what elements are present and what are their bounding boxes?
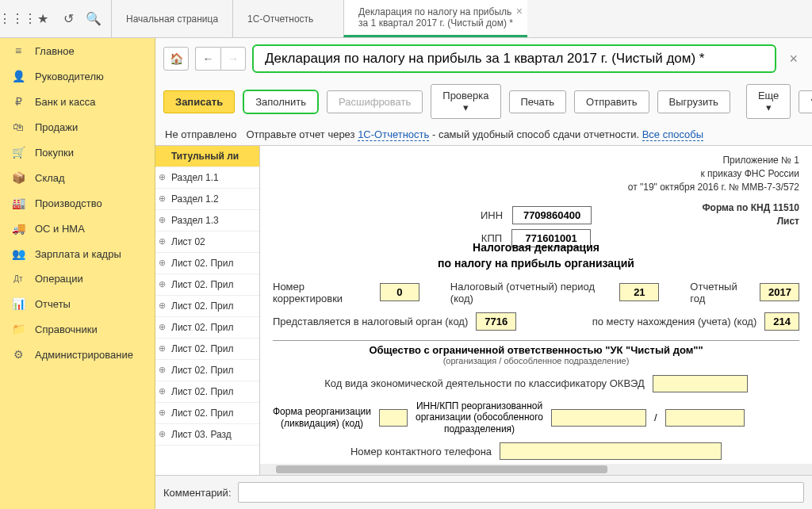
tab-label-line2: за 1 квартал 2017 г. (Чистый дом) * <box>358 17 513 29</box>
horizontal-scrollbar[interactable] <box>260 464 812 475</box>
apps-icon[interactable]: ⋮⋮⋮ <box>6 8 29 30</box>
reorg-code-field[interactable] <box>379 409 408 427</box>
sidebar-item-assets[interactable]: 🚚ОС и НМА <box>0 216 155 241</box>
tab-label-line1: Декларация по налогу на прибыль <box>358 6 513 17</box>
period-field[interactable]: 21 <box>619 283 659 301</box>
section-tree: Титульный ли Раздел 1.1 Раздел 1.2 Разде… <box>155 146 260 475</box>
row-correction: Номер корректировки 0 Налоговый (отчетны… <box>273 281 799 304</box>
fill-button[interactable]: Заполнить <box>243 90 319 114</box>
comment-input[interactable] <box>238 482 805 503</box>
save-button[interactable]: Записать <box>163 90 235 113</box>
form-area: Приложение № 1 к приказу ФНС России от "… <box>260 146 812 475</box>
close-icon[interactable]: × <box>516 5 523 17</box>
phone-field[interactable] <box>500 442 722 460</box>
sidebar-item-main[interactable]: ≡Главное <box>0 38 155 63</box>
debit-icon: Дт <box>11 274 25 283</box>
sidebar-item-label: Склад <box>35 172 65 184</box>
correction-field[interactable]: 0 <box>380 283 419 301</box>
more-button[interactable]: Еще ▾ <box>746 84 791 119</box>
inn-label: ИНН <box>481 209 503 221</box>
row-reorg: Форма реорганизации (ликвидация) (код) И… <box>273 400 799 434</box>
chart-icon: 📊 <box>11 297 25 310</box>
history-icon[interactable]: ↺ <box>57 8 79 30</box>
page-title: Декларация по налогу на прибыль за 1 ква… <box>252 44 776 73</box>
sidebar-item-reports[interactable]: 📊Отчеты <box>0 291 155 316</box>
tab-home[interactable]: Начальная страница <box>111 0 232 37</box>
tree-item[interactable]: Лист 02. Прил <box>155 296 259 317</box>
print-button[interactable]: Печать <box>509 90 567 113</box>
tree-item[interactable]: Лист 02. Прил <box>155 403 259 424</box>
home-button[interactable]: 🏠 <box>163 47 189 71</box>
title-row: 🏠 ← → Декларация по налогу на прибыль за… <box>155 38 812 79</box>
tab-reporting[interactable]: 1С-Отчетность <box>232 0 343 37</box>
tree-item[interactable]: Лист 02. Прил <box>155 339 259 360</box>
export-button[interactable]: Выгрузить <box>657 90 730 113</box>
tree-item[interactable]: Раздел 1.3 <box>155 210 259 232</box>
sidebar-item-warehouse[interactable]: 📦Склад <box>0 165 155 190</box>
check-button[interactable]: Проверка ▾ <box>431 84 500 119</box>
tree-item[interactable]: Лист 02 <box>155 232 259 253</box>
tree-item[interactable]: Лист 02. Прил <box>155 317 259 339</box>
tree-item[interactable]: Титульный ли <box>155 146 259 167</box>
reorg-inn-field[interactable] <box>551 409 646 427</box>
reporting-link[interactable]: 1С-Отчетность <box>358 128 429 141</box>
toolbar: Записать Заполнить Расшифровать Проверка… <box>155 79 812 124</box>
tab-declaration[interactable]: Декларация по налогу на прибыль за 1 ква… <box>343 0 527 37</box>
form-header: Приложение № 1 к приказу ФНС России от "… <box>273 154 799 193</box>
search-icon[interactable]: 🔍 <box>82 8 105 30</box>
topbar: ⋮⋮⋮ ★ ↺ 🔍 Начальная страница 1С-Отчетнос… <box>0 0 812 38</box>
sidebar-item-production[interactable]: 🏭Производство <box>0 190 155 216</box>
box-icon: 📦 <box>11 171 25 184</box>
sidebar-item-sales[interactable]: 🛍Продажи <box>0 114 155 140</box>
tree-item[interactable]: Лист 02. Прил <box>155 253 259 274</box>
sidebar-item-label: Администрирование <box>35 349 133 361</box>
tree-item[interactable]: Лист 02. Прил <box>155 274 259 296</box>
tree-item[interactable]: Лист 03. Разд <box>155 424 259 446</box>
sidebar-item-manager[interactable]: 👤Руководителю <box>0 63 155 89</box>
tree-item[interactable]: Лист 02. Прил <box>155 360 259 381</box>
truck-icon: 🚚 <box>11 222 25 235</box>
close-button[interactable]: × <box>783 48 804 71</box>
sidebar-item-operations[interactable]: ДтОперации <box>0 266 155 291</box>
okved-field[interactable] <box>653 375 748 392</box>
organ-field[interactable]: 7716 <box>476 312 516 331</box>
row-okved: Код вида экономической деятельности по к… <box>273 375 799 392</box>
help-button[interactable]: ? <box>799 90 812 113</box>
sidebar-item-label: Производство <box>35 197 102 209</box>
star-icon[interactable]: ★ <box>32 8 54 30</box>
cart-icon: 🛒 <box>11 146 25 159</box>
status-hint: Отправьте отчет через 1С-Отчетность - са… <box>246 128 703 140</box>
scrollbar-thumb[interactable] <box>276 465 607 473</box>
sidebar-item-admin[interactable]: ⚙Администрирование <box>0 342 155 367</box>
sidebar-item-label: Руководителю <box>35 71 104 82</box>
forward-button[interactable]: → <box>220 47 246 71</box>
send-button[interactable]: Отправить <box>574 90 649 113</box>
place-field[interactable]: 214 <box>764 312 799 331</box>
sidebar-item-label: ОС и НМА <box>35 223 85 235</box>
sidebar-item-purchases[interactable]: 🛒Покупки <box>0 140 155 165</box>
back-button[interactable]: ← <box>195 47 220 71</box>
content-split: Титульный ли Раздел 1.1 Раздел 1.2 Разде… <box>155 145 812 475</box>
tree-item[interactable]: Лист 02. Прил <box>155 381 259 403</box>
layout: ≡Главное 👤Руководителю ₽Банк и касса 🛍Пр… <box>0 38 812 509</box>
year-field[interactable]: 2017 <box>760 283 799 301</box>
tree-item[interactable]: Раздел 1.2 <box>155 189 259 210</box>
all-methods-link[interactable]: Все способы <box>642 128 703 141</box>
topbar-controls: ⋮⋮⋮ ★ ↺ 🔍 <box>0 0 111 37</box>
sidebar-item-label: Операции <box>35 273 83 285</box>
gear-icon: ⚙ <box>11 348 25 361</box>
sidebar-item-hr[interactable]: 👥Зарплата и кадры <box>0 241 155 266</box>
reorg-kpp-field[interactable] <box>665 409 745 427</box>
comment-bar: Комментарий: <box>155 475 812 509</box>
ruble-icon: ₽ <box>11 95 25 108</box>
decode-button: Расшифровать <box>327 90 423 113</box>
people-icon: 👥 <box>11 247 25 260</box>
sidebar-item-bank[interactable]: ₽Банк и касса <box>0 89 155 114</box>
sidebar-item-catalogs[interactable]: 📁Справочники <box>0 316 155 342</box>
form-title: Налоговая декларация <box>273 241 799 254</box>
row-organ: Представляется в налоговый орган (код) 7… <box>273 312 799 331</box>
tree-item[interactable]: Раздел 1.1 <box>155 167 259 189</box>
inn-field[interactable]: 7709860400 <box>512 206 592 224</box>
status-state: Не отправлено <box>165 128 236 140</box>
menu-icon: ≡ <box>11 44 25 57</box>
